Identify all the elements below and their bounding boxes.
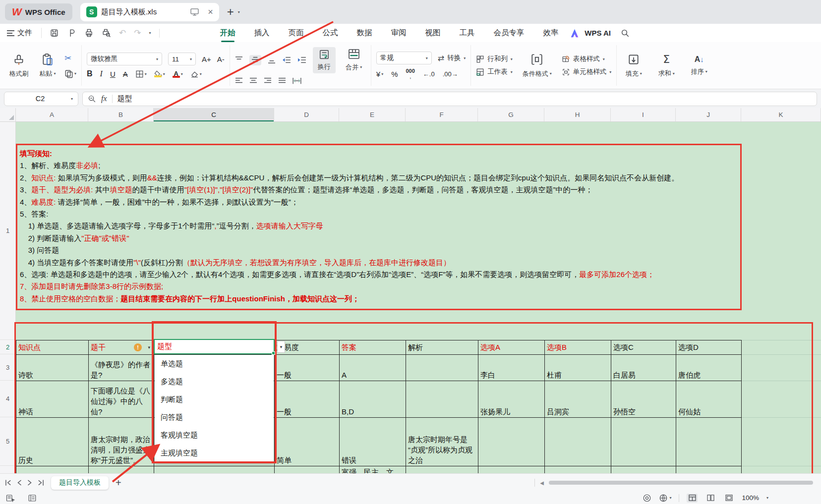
cell[interactable]: 下面哪几位是《八仙过海》中的八仙?: [89, 381, 154, 418]
conditional-format-button[interactable]: 条件格式▾: [523, 53, 552, 78]
cell[interactable]: [676, 418, 742, 466]
align-center-icon[interactable]: [249, 77, 257, 84]
dropdown-option-问答题[interactable]: 问答题: [155, 408, 274, 426]
file-menu[interactable]: 文件: [7, 28, 32, 38]
row-header-1[interactable]: 1: [0, 122, 15, 340]
cell[interactable]: 唐太宗时期年号是“贞观”所以称为贞观之治: [406, 418, 478, 466]
cell[interactable]: 唐太宗时期，政治清明，国力强盛史称“开元盛世”。: [89, 418, 154, 466]
sheet-grid[interactable]: 12345 填写须知:1、解析、难易度非必填;2、知识点: 如果填写为多级模式，…: [0, 122, 821, 473]
print-icon[interactable]: [84, 28, 94, 38]
cell[interactable]: A: [340, 355, 406, 381]
cell[interactable]: [406, 466, 478, 474]
table-header-知识点[interactable]: 知识点: [16, 340, 89, 355]
cell[interactable]: [406, 381, 478, 418]
normal-view-icon[interactable]: [687, 494, 698, 503]
search-icon[interactable]: [621, 29, 630, 38]
decrease-indent-icon[interactable]: [282, 56, 291, 63]
cell[interactable]: [275, 466, 340, 474]
prev-sheet-icon[interactable]: [17, 479, 22, 486]
cell[interactable]: 杜甫: [545, 355, 611, 381]
cell[interactable]: 何仙姑: [676, 381, 742, 418]
last-sheet-icon[interactable]: [37, 479, 44, 486]
zoom-level[interactable]: 100%: [742, 494, 759, 502]
cell[interactable]: [545, 418, 611, 466]
sum-button[interactable]: Σ 求和▾: [654, 53, 678, 78]
eye-protection-icon[interactable]: [643, 494, 651, 503]
column-header-I[interactable]: I: [611, 108, 676, 121]
cell[interactable]: 孙悟空: [611, 381, 676, 418]
worksheet-button[interactable]: 工作表▾: [476, 67, 513, 76]
first-sheet-icon[interactable]: [5, 479, 12, 486]
row-header-2[interactable]: 2: [0, 340, 15, 354]
cell[interactable]: [611, 466, 676, 474]
dropdown-option-客观填空题[interactable]: 客观填空题: [155, 426, 274, 444]
font-color-button[interactable]: A▾: [173, 70, 183, 78]
table-header-题干[interactable]: 题干!▾: [89, 340, 154, 355]
cell[interactable]: 一般: [275, 381, 340, 418]
menu-tab-审阅[interactable]: 审阅: [390, 25, 408, 41]
row-header-3[interactable]: 3: [0, 354, 15, 381]
export-pdf-icon[interactable]: [67, 28, 76, 38]
wps-ai-icon[interactable]: [570, 29, 580, 38]
cell[interactable]: 张扬果儿: [478, 381, 545, 418]
menu-tab-工具[interactable]: 工具: [459, 25, 476, 41]
column-header-H[interactable]: H: [544, 108, 611, 121]
table-style-button[interactable]: 表格样式▾: [562, 55, 612, 63]
cell[interactable]: B,D: [340, 381, 406, 418]
document-tab[interactable]: S 题目导入模板.xls ×: [80, 3, 219, 21]
menu-tab-公式[interactable]: 公式: [322, 25, 339, 41]
redo-icon[interactable]: ↷: [134, 28, 141, 38]
dropdown-option-多选题[interactable]: 多选题: [155, 373, 274, 391]
name-box[interactable]: C2 ▾: [4, 92, 78, 106]
align-middle-icon[interactable]: [249, 55, 261, 65]
eraser-button[interactable]: ▾: [190, 70, 202, 78]
horizontal-scroll-thumb[interactable]: [549, 481, 813, 485]
cell[interactable]: 诗歌: [16, 355, 89, 381]
cell[interactable]: 富强、民主、文: [340, 466, 406, 474]
align-bottom-icon[interactable]: [268, 56, 276, 63]
reading-order-icon[interactable]: [28, 494, 37, 502]
text-orientation-icon[interactable]: [293, 77, 301, 84]
percent-format-button[interactable]: %: [391, 70, 398, 78]
bold-button[interactable]: B: [87, 69, 93, 78]
column-header-J[interactable]: J: [676, 108, 741, 121]
add-sheet-button[interactable]: +: [116, 477, 121, 489]
macro-record-icon[interactable]: [6, 494, 15, 502]
tab-list-chevron-icon[interactable]: ▾: [238, 10, 240, 14]
qat-chevron-icon[interactable]: ▾: [149, 31, 151, 35]
save-icon[interactable]: [50, 28, 59, 38]
number-format-select[interactable]: 常规▾: [376, 52, 432, 64]
menu-tab-开始[interactable]: 开始: [219, 25, 236, 41]
cell[interactable]: [478, 418, 545, 466]
cell[interactable]: 历史: [16, 418, 89, 466]
menu-tab-页面[interactable]: 页面: [288, 25, 305, 41]
app-home-button[interactable]: W WPS Office: [5, 3, 72, 20]
sort-button[interactable]: A↓ 排序▾: [687, 55, 711, 76]
table-header-解析[interactable]: 解析: [406, 340, 478, 355]
warning-chevron-icon[interactable]: ▾: [148, 345, 150, 350]
cell[interactable]: [676, 466, 742, 474]
cell[interactable]: 吕洞宾: [545, 381, 611, 418]
cell[interactable]: 一般: [275, 355, 340, 381]
rows-columns-button[interactable]: 行和列▾: [476, 55, 513, 63]
wps-ai-label[interactable]: WPS AI: [585, 29, 611, 37]
copy-button[interactable]: ▾: [64, 69, 76, 78]
column-header-C[interactable]: C: [154, 108, 274, 121]
merge-button[interactable]: 合并▾: [342, 49, 366, 72]
column-header-G[interactable]: G: [478, 108, 544, 121]
table-header-选项B[interactable]: 选项B: [545, 340, 611, 355]
cell[interactable]: 《静夜思》的作者是?: [89, 355, 154, 381]
cell[interactable]: 错误: [340, 418, 406, 466]
column-header-A[interactable]: A: [16, 108, 88, 121]
thousands-format-button[interactable]: 000,: [406, 68, 414, 79]
cell-style-button[interactable]: 单元格样式▾: [562, 67, 612, 76]
scroll-left-icon[interactable]: ◀: [540, 480, 544, 486]
translate-button[interactable]: ▾: [659, 494, 671, 503]
page-layout-view-icon[interactable]: [705, 494, 716, 503]
wrap-text-button[interactable]: 换行: [313, 47, 336, 73]
column-header-B[interactable]: B: [88, 108, 154, 121]
cell[interactable]: [545, 466, 611, 474]
format-painter-button[interactable]: 格式刷: [7, 53, 31, 78]
close-tab-icon[interactable]: ×: [208, 7, 213, 17]
row-header-4[interactable]: 4: [0, 381, 15, 417]
